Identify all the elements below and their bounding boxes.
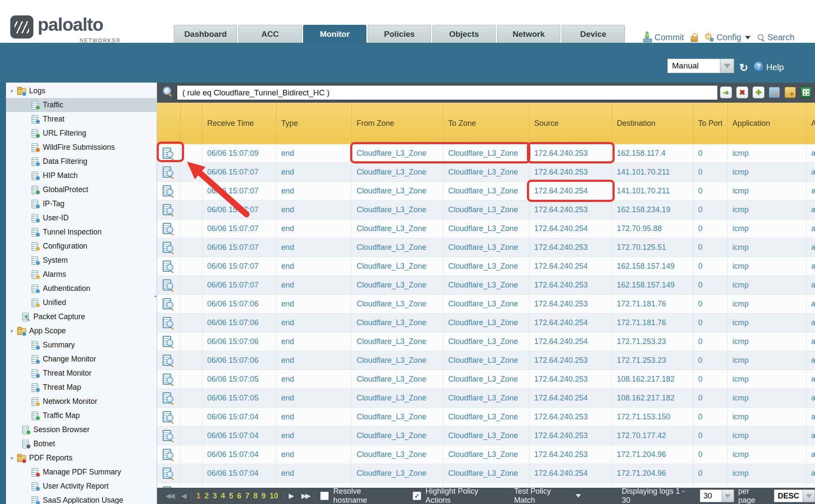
cell-source[interactable]: 172.64.240.253: [529, 408, 612, 426]
table-row[interactable]: 06/06 15:07:07 end Cloudflare_L3_Zone Cl…: [157, 182, 815, 201]
sidebar-item-configuration[interactable]: Configuration: [6, 239, 157, 253]
cell-source[interactable]: 172.64.240.254: [529, 257, 612, 276]
cell-to-zone[interactable]: Cloudflare_L3_Zone: [443, 332, 529, 351]
log-detail-icon[interactable]: [163, 204, 173, 216]
cell-application[interactable]: icmp: [728, 351, 806, 370]
cell-to-zone[interactable]: Cloudflare_L3_Zone: [443, 351, 529, 370]
cell-to-zone[interactable]: Cloudflare_L3_Zone: [443, 182, 529, 200]
cell-to-zone[interactable]: Cloudflare_L3_Zone: [443, 144, 529, 163]
refresh-mode-value[interactable]: Manual: [667, 59, 720, 73]
cell-application[interactable]: icmp: [728, 314, 806, 332]
log-detail-icon[interactable]: [163, 185, 173, 197]
cell-destination[interactable]: 172.71.253.23: [612, 351, 693, 370]
cell-destination[interactable]: 172.70.177.42: [612, 427, 693, 445]
cell-destination[interactable]: 162.158.234.19: [612, 201, 693, 219]
column-header-from-zone[interactable]: From Zone: [352, 103, 443, 144]
next-page-button[interactable]: ▶: [289, 492, 293, 500]
sort-order-value[interactable]: DESC: [774, 489, 803, 502]
sidebar-item-saas-application-usage[interactable]: SaaS Application Usage: [6, 493, 157, 504]
cell-to-zone[interactable]: Cloudflare_L3_Zone: [443, 370, 529, 388]
cell-from-zone[interactable]: Cloudflare_L3_Zone: [352, 389, 443, 407]
column-header-source[interactable]: Source: [529, 103, 612, 144]
table-row[interactable]: 06/06 15:07:06 end Cloudflare_L3_Zone Cl…: [157, 351, 815, 370]
prev-page-button[interactable]: ◀: [181, 492, 186, 500]
sort-order-select[interactable]: DESC: [774, 489, 815, 502]
tab-device[interactable]: Device: [562, 25, 625, 43]
test-policy-match-button[interactable]: Test Policy Match: [514, 487, 581, 504]
add-filter-button[interactable]: ✚: [753, 86, 764, 98]
sidebar-item-unified[interactable]: Unified: [6, 296, 157, 310]
log-detail-icon[interactable]: [163, 430, 173, 442]
sidebar-item-pdf-reports[interactable]: ▼PDF Reports: [6, 451, 157, 465]
table-row[interactable]: 06/06 15:07:04 end Cloudflare_L3_Zone Cl…: [157, 445, 815, 464]
cell-source[interactable]: 172.64.240.254: [529, 332, 612, 351]
cell-from-zone[interactable]: Cloudflare_L3_Zone: [352, 427, 443, 445]
cell-source[interactable]: 172.64.240.253: [529, 163, 612, 181]
load-filter-icon[interactable]: [785, 87, 796, 98]
column-header-1[interactable]: [181, 103, 202, 144]
expand-arrow-icon[interactable]: ▼: [6, 456, 17, 461]
filter-query-input[interactable]: [177, 85, 718, 100]
cell-from-zone[interactable]: Cloudflare_L3_Zone: [352, 219, 443, 238]
cell-destination[interactable]: 108.162.217.182: [612, 389, 693, 407]
log-detail-icon[interactable]: [163, 261, 173, 273]
page-number-4[interactable]: 4: [221, 492, 225, 501]
cell-source[interactable]: 172.64.240.253: [529, 201, 612, 219]
cell-application[interactable]: icmp: [728, 219, 806, 238]
log-detail-icon[interactable]: [163, 392, 173, 404]
cell-source[interactable]: 172.64.240.254: [529, 314, 612, 332]
cell-source[interactable]: 172.64.240.253: [529, 427, 612, 445]
sidebar-item-botnet[interactable]: Botnet: [6, 437, 157, 451]
cell-destination[interactable]: 172.70.125.51: [612, 238, 693, 257]
sidebar-item-threat[interactable]: Threat: [6, 112, 157, 126]
cell-application[interactable]: icmp: [728, 408, 806, 426]
table-row[interactable]: 06/06 15:07:06 end Cloudflare_L3_Zone Cl…: [157, 295, 815, 314]
cell-source[interactable]: 172.64.240.254: [529, 219, 612, 238]
cell-source[interactable]: 172.64.240.254: [529, 182, 612, 200]
cell-from-zone[interactable]: Cloudflare_L3_Zone: [352, 201, 443, 219]
cell-application[interactable]: icmp: [728, 201, 806, 219]
cell-destination[interactable]: 141.101.70.211: [612, 182, 693, 200]
cell-application[interactable]: icmp: [728, 182, 806, 200]
page-number-2[interactable]: 2: [205, 492, 209, 501]
page-number-5[interactable]: 5: [229, 492, 233, 501]
column-header-a[interactable]: A: [806, 103, 815, 144]
config-button[interactable]: Config: [717, 33, 741, 42]
cell-application[interactable]: icmp: [728, 163, 806, 181]
table-row[interactable]: 06/06 15:07:06 end Cloudflare_L3_Zone Cl…: [157, 332, 815, 351]
cell-to-zone[interactable]: Cloudflare_L3_Zone: [443, 408, 529, 426]
tab-objects[interactable]: Objects: [432, 25, 496, 43]
table-row[interactable]: 06/06 15:07:07 end Cloudflare_L3_Zone Cl…: [157, 257, 815, 276]
refresh-icon[interactable]: ↻: [739, 62, 750, 72]
cell-source[interactable]: 172.64.240.253: [529, 370, 612, 388]
cell-to-zone[interactable]: Cloudflare_L3_Zone: [443, 276, 529, 294]
cell-to-zone[interactable]: Cloudflare_L3_Zone: [443, 163, 529, 181]
cell-destination[interactable]: 162.158.117.4: [612, 144, 693, 163]
log-detail-icon[interactable]: [163, 468, 173, 480]
cell-source[interactable]: 172.64.240.253: [529, 445, 612, 464]
cell-to-zone[interactable]: Cloudflare_L3_Zone: [443, 295, 529, 313]
per-page-dropdown-button[interactable]: [722, 489, 734, 502]
log-detail-icon[interactable]: [163, 411, 173, 423]
log-detail-icon[interactable]: [163, 148, 173, 160]
log-detail-icon[interactable]: [163, 374, 173, 385]
sidebar-item-system[interactable]: System: [6, 253, 157, 267]
page-number-3[interactable]: 3: [213, 492, 217, 501]
cell-destination[interactable]: 172.71.181.76: [612, 295, 693, 313]
table-row[interactable]: 06/06 15:07:05 end Cloudflare_L3_Zone Cl…: [157, 370, 815, 389]
resolve-hostname-checkbox[interactable]: [320, 492, 329, 500]
per-page-value[interactable]: 30: [700, 489, 722, 502]
cell-from-zone[interactable]: Cloudflare_L3_Zone: [352, 351, 443, 370]
log-detail-icon[interactable]: [163, 242, 173, 254]
sidebar-item-threat-map[interactable]: Threat Map: [6, 380, 157, 394]
cell-to-zone[interactable]: Cloudflare_L3_Zone: [443, 238, 529, 257]
sidebar-item-app-scope[interactable]: ▼App Scope: [6, 324, 157, 338]
cell-application[interactable]: icmp: [728, 332, 806, 351]
cell-destination[interactable]: 162.158.157.149: [612, 276, 693, 294]
table-row[interactable]: 06/06 15:07:09 end Cloudflare_L3_Zone Cl…: [157, 144, 815, 163]
highlight-policy-actions-checkbox[interactable]: ✓: [413, 492, 421, 500]
cell-application[interactable]: icmp: [728, 144, 806, 163]
sidebar-item-wildfire-submissions[interactable]: WildFire Submissions: [6, 140, 157, 154]
log-detail-icon[interactable]: [163, 336, 173, 348]
table-row[interactable]: 06/06 15:07:05 end Cloudflare_L3_Zone Cl…: [157, 389, 815, 408]
